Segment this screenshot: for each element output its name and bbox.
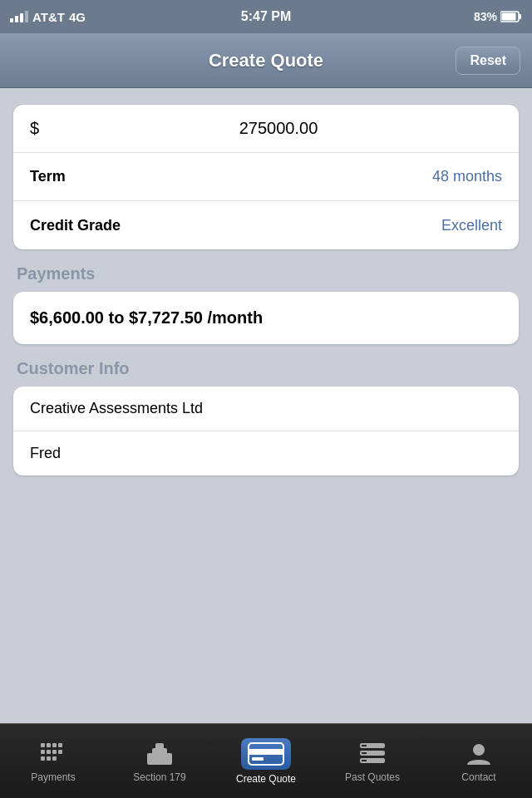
term-label: Term (30, 168, 432, 185)
carrier-label: AT&T (32, 10, 65, 24)
tab-create-quote[interactable]: Create Quote (213, 738, 319, 785)
svg-rect-24 (362, 752, 367, 754)
nav-bar: Create Quote Reset (0, 33, 532, 88)
tab-past-quotes[interactable]: Past Quotes (319, 740, 426, 783)
svg-rect-19 (252, 757, 264, 761)
first-name-value: Fred (30, 445, 61, 461)
status-bar: AT&T 4G 5:47 PM 83% (0, 0, 532, 33)
tab-section179[interactable]: Section 179 (106, 740, 213, 783)
create-quote-active-bg (241, 738, 291, 770)
svg-rect-14 (147, 753, 172, 765)
signal-icon (10, 11, 28, 22)
svg-rect-13 (58, 750, 62, 754)
svg-rect-18 (249, 749, 283, 755)
svg-rect-25 (362, 760, 367, 761)
time-label: 5:47 PM (241, 9, 291, 24)
battery-label: 83% (474, 10, 497, 23)
term-value: 48 months (432, 168, 502, 185)
quote-card: $ 275000.00 Term 48 months Credit Grade … (13, 105, 519, 249)
nav-title: Create Quote (209, 50, 323, 71)
main-content: $ 275000.00 Term 48 months Credit Grade … (0, 88, 532, 723)
amount-value: 275000.00 (55, 119, 502, 138)
create-quote-tab-icon (248, 741, 284, 766)
reset-button[interactable]: Reset (456, 47, 520, 75)
svg-rect-6 (41, 750, 45, 754)
svg-rect-10 (47, 756, 51, 761)
battery-icon (500, 11, 522, 22)
customer-info-section-label: Customer Info (17, 359, 519, 378)
svg-rect-12 (58, 743, 62, 747)
svg-rect-2 (502, 13, 516, 21)
payment-range-card: $6,600.00 to $7,727.50 /month (13, 292, 519, 344)
payments-section-label: Payments (17, 264, 519, 283)
tab-section179-label: Section 179 (133, 771, 185, 783)
tab-contact-label: Contact (461, 771, 495, 783)
svg-rect-23 (362, 745, 367, 746)
tab-create-quote-label: Create Quote (236, 773, 296, 785)
svg-rect-7 (47, 750, 51, 754)
company-name-row[interactable]: Creative Assessments Ltd (13, 387, 519, 431)
first-name-row[interactable]: Fred (13, 431, 519, 475)
svg-rect-4 (47, 743, 51, 747)
tab-payments[interactable]: Payments (0, 740, 106, 783)
status-right: 83% (474, 10, 522, 23)
amount-row[interactable]: $ 275000.00 (13, 105, 519, 153)
past-quotes-tab-icon (357, 740, 388, 768)
tab-bar: Payments Section 179 Create Quote (0, 723, 532, 798)
svg-rect-5 (52, 743, 57, 747)
term-row[interactable]: Term 48 months (13, 153, 519, 201)
tab-payments-label: Payments (31, 771, 75, 783)
svg-rect-16 (155, 743, 164, 750)
svg-rect-9 (41, 756, 45, 761)
svg-rect-11 (52, 756, 57, 761)
tab-contact[interactable]: Contact (426, 740, 532, 783)
payment-range-text: $6,600.00 to $7,727.50 /month (30, 308, 263, 327)
svg-rect-1 (519, 14, 521, 19)
svg-point-26 (473, 744, 485, 756)
tab-past-quotes-label: Past Quotes (345, 771, 400, 783)
svg-rect-3 (41, 743, 45, 747)
dollar-symbol: $ (30, 119, 55, 138)
company-name-value: Creative Assessments Ltd (30, 400, 203, 416)
network-label: 4G (69, 10, 86, 24)
credit-grade-label: Credit Grade (30, 217, 441, 234)
customer-info-card: Creative Assessments Ltd Fred (13, 387, 519, 475)
svg-rect-8 (52, 750, 57, 754)
section179-tab-icon (144, 740, 175, 768)
payments-tab-icon (37, 740, 69, 768)
status-left: AT&T 4G (10, 10, 86, 24)
credit-grade-row[interactable]: Credit Grade Excellent (13, 201, 519, 249)
credit-grade-value: Excellent (441, 217, 502, 234)
contact-tab-icon (463, 740, 495, 768)
